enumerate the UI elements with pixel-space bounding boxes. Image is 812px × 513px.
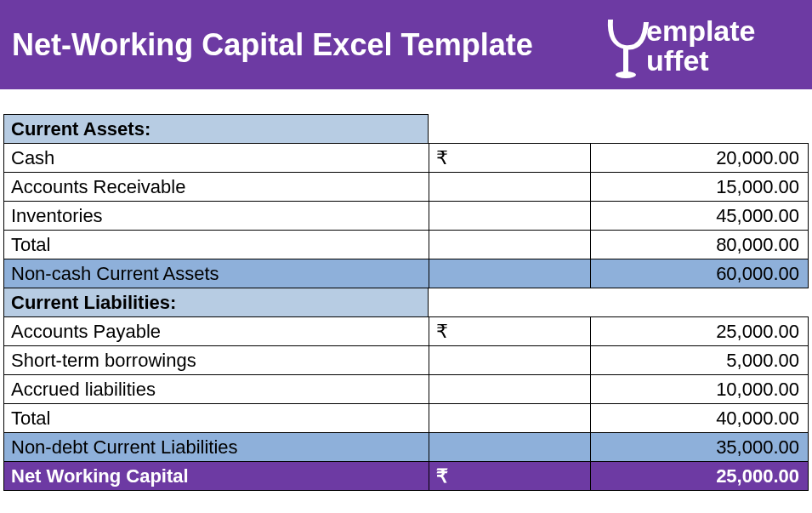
net-working-capital-row: Net Working Capital ₹ 25,000.00 [3, 461, 809, 491]
template-buffet-logo: emplate uffet [599, 7, 786, 83]
row-value: 5,000.00 [591, 346, 808, 374]
row-value: 80,000.00 [591, 231, 808, 259]
row-value: 60,000.00 [591, 259, 808, 288]
row-label: Non-cash Current Assets [4, 259, 429, 288]
row-label: Net Working Capital [4, 462, 429, 490]
current-liabilities-header: Current Liabilities: [3, 288, 809, 317]
row-label: Cash [4, 144, 429, 172]
currency-symbol: ₹ [429, 462, 591, 490]
table-row: Accounts Receivable 15,000.00 [3, 172, 809, 202]
table-row: Total 40,000.00 [3, 403, 809, 433]
row-value: 35,000.00 [591, 433, 808, 461]
row-label: Accounts Receivable [4, 173, 429, 201]
row-value: 40,000.00 [591, 404, 808, 432]
svg-point-1 [616, 71, 636, 78]
header-banner: Net-Working Capital Excel Template empla… [0, 0, 812, 89]
currency-symbol [429, 433, 591, 461]
logo: emplate uffet [599, 7, 786, 83]
svg-text:emplate: emplate [646, 14, 756, 47]
current-assets-header: Current Assets: [3, 114, 809, 144]
row-label: Non-debt Current Liabilities [4, 433, 429, 461]
currency-symbol [429, 173, 591, 201]
subtotal-row: Non-debt Current Liabilities 35,000.00 [3, 432, 809, 462]
row-label: Inventories [4, 202, 429, 230]
table-row: Short-term borrowings 5,000.00 [3, 345, 809, 375]
svg-text:uffet: uffet [646, 44, 709, 77]
row-value: 25,000.00 [591, 317, 808, 345]
currency-symbol [429, 375, 591, 403]
row-value: 20,000.00 [591, 144, 808, 172]
row-label: Accrued liabilities [4, 375, 429, 403]
currency-symbol: ₹ [429, 144, 591, 172]
svg-rect-0 [623, 48, 628, 73]
row-value: 10,000.00 [591, 375, 808, 403]
row-label: Short-term borrowings [4, 346, 429, 374]
row-label: Total [4, 231, 429, 259]
row-label: Accounts Payable [4, 317, 429, 345]
row-label: Total [4, 404, 429, 432]
financial-table: Current Assets: Cash ₹ 20,000.00 Account… [0, 114, 812, 491]
currency-symbol: ₹ [429, 317, 591, 345]
currency-symbol [429, 202, 591, 230]
currency-symbol [429, 231, 591, 259]
section-header-label: Current Assets: [3, 114, 429, 144]
currency-symbol [429, 259, 591, 288]
table-row: Accounts Payable ₹ 25,000.00 [3, 316, 809, 346]
section-header-label: Current Liabilities: [3, 288, 429, 317]
page-title: Net-Working Capital Excel Template [12, 27, 533, 63]
table-row: Total 80,000.00 [3, 230, 809, 259]
row-value: 15,000.00 [591, 173, 808, 201]
table-row: Inventories 45,000.00 [3, 201, 809, 231]
table-row: Cash ₹ 20,000.00 [3, 143, 809, 173]
row-value: 25,000.00 [591, 462, 808, 490]
row-value: 45,000.00 [591, 202, 808, 230]
table-row: Accrued liabilities 10,000.00 [3, 374, 809, 404]
currency-symbol [429, 404, 591, 432]
currency-symbol [429, 346, 591, 374]
subtotal-row: Non-cash Current Assets 60,000.00 [3, 259, 809, 288]
